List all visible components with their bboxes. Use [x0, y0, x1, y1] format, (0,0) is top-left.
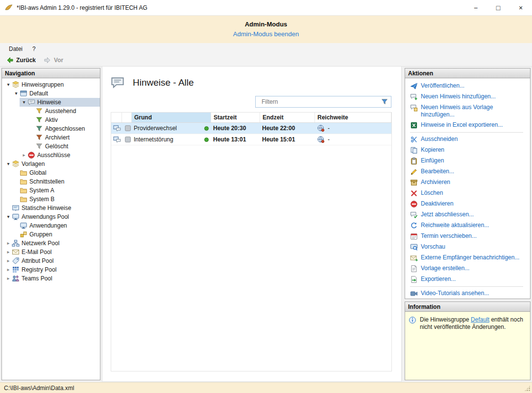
action-vorschau[interactable]: Vorschau	[408, 242, 529, 253]
tree-item-ausstehend[interactable]: Ausstehend	[2, 107, 100, 116]
tree-item-aktiv[interactable]: Aktiv	[2, 116, 100, 124]
action-ausschneiden[interactable]: Ausschneiden	[408, 134, 529, 145]
tree-item-abgeschlossen[interactable]: Abgeschlossen	[2, 124, 100, 133]
tree-item-anwendungen[interactable]: Anwendungen	[2, 221, 100, 230]
filter-input[interactable]	[255, 96, 391, 108]
action-exportieren[interactable]: Exportieren...	[408, 274, 529, 285]
content-panel: Hinweise - Alle Grund Startzeit Endzeit …	[102, 66, 402, 382]
admin-mode-banner: Admin-Modus Admin-Modus beenden	[0, 16, 532, 43]
export-icon	[410, 276, 418, 283]
action-archivieren[interactable]: Archivieren	[408, 177, 529, 188]
archive-icon	[410, 179, 418, 186]
add-note-from-template-icon	[410, 104, 418, 112]
action-termin-verschieben[interactable]: Termin verschieben...	[408, 231, 529, 242]
tree-item-ausschluesse[interactable]: Ausschlüsse	[2, 151, 100, 160]
board-icon	[12, 204, 20, 212]
header-reichweite[interactable]: Reichweite	[315, 113, 391, 122]
action-vorlage-erstellen[interactable]: Vorlage erstellen...	[408, 263, 529, 274]
gray-square-icon	[124, 136, 132, 143]
tree-item-email-pool[interactable]: E-Mail Pool	[2, 248, 100, 256]
excel-icon	[410, 121, 418, 129]
table-row[interactable]: Internetstörung Heute 13:01 Heute 15:01 …	[111, 134, 391, 145]
chevron-down-icon[interactable]	[5, 212, 12, 221]
tree-item-global[interactable]: Global	[2, 168, 100, 177]
resize-grip[interactable]	[524, 385, 531, 392]
back-label: Zurück	[16, 57, 36, 64]
chevron-down-icon[interactable]	[21, 98, 27, 107]
toolbar: Zurück Vor	[0, 54, 532, 67]
tree-item-hinweise[interactable]: Hinweise	[2, 98, 100, 107]
action-reichweite-aktualisieren[interactable]: Reichweite aktualisieren...	[408, 220, 529, 231]
chevron-right-icon[interactable]	[5, 274, 12, 283]
header-icon-col[interactable]	[111, 113, 122, 122]
tree-item-default[interactable]: Default	[2, 89, 100, 98]
separator	[410, 286, 523, 287]
tree-item-schnittstellen[interactable]: Schnittstellen	[2, 177, 100, 186]
action-loeschen[interactable]: Löschen	[408, 188, 529, 199]
action-externe-empfaenger[interactable]: Externe Empfänger benachrichtigen...	[408, 253, 529, 263]
close-button[interactable]: ×	[509, 0, 532, 16]
action-veroeffentlichen[interactable]: Veröffentlichen...	[408, 81, 529, 92]
chevron-down-icon[interactable]	[5, 80, 12, 89]
chevron-right-icon[interactable]	[5, 265, 12, 274]
edit-icon	[410, 168, 418, 176]
tree-label: Netzwerk Pool	[22, 240, 59, 247]
funnel-brown-icon	[35, 134, 43, 141]
action-bearbeiten[interactable]: Bearbeiten...	[408, 166, 529, 177]
header-grund[interactable]: Grund	[132, 113, 211, 122]
chevron-right-icon[interactable]	[5, 248, 12, 256]
tree-item-geloescht[interactable]: Gelöscht	[2, 142, 100, 151]
tree-item-hinweisgruppen[interactable]: Hinweisgruppen	[2, 80, 100, 89]
tree-item-registry-pool[interactable]: Registry Pool	[2, 265, 100, 274]
default-group-link[interactable]: Default	[471, 316, 489, 323]
information-text: Die Hinweisgruppe Default enthält noch n…	[420, 316, 524, 331]
refresh-icon	[410, 222, 418, 230]
admin-mode-title: Admin-Modus	[0, 21, 532, 28]
tree-item-statische-hinweise[interactable]: Statische Hinweise	[2, 204, 100, 212]
tree-item-system-b[interactable]: System B	[2, 195, 100, 204]
tree-item-archiviert[interactable]: Archiviert	[2, 133, 100, 142]
header-startzeit[interactable]: Startzeit	[211, 113, 260, 122]
tree-item-teams-pool[interactable]: Teams Pool	[2, 274, 100, 283]
chevron-right-icon[interactable]	[5, 239, 12, 248]
maximize-button[interactable]: □	[487, 0, 509, 16]
action-neuer-hinweis[interactable]: Neuen Hinweis hinzufügen...	[408, 92, 529, 102]
tree-item-gruppen[interactable]: Gruppen	[2, 230, 100, 239]
tree-item-attribut-pool[interactable]: Attribut Pool	[2, 256, 100, 265]
menu-datei[interactable]: Datei	[4, 44, 27, 54]
forward-button[interactable]: Vor	[41, 55, 66, 65]
minimize-button[interactable]: −	[464, 0, 487, 16]
chevron-down-icon[interactable]	[13, 89, 20, 98]
action-kopieren[interactable]: Kopieren	[408, 145, 529, 156]
header-state-col[interactable]	[122, 113, 132, 122]
header-endzeit[interactable]: Endzeit	[260, 113, 315, 122]
back-button[interactable]: Zurück	[3, 55, 39, 65]
action-hinweis-aus-vorlage[interactable]: Neuen Hinweis aus Vorlage hinzufügen...	[408, 102, 529, 120]
mail-icon	[12, 248, 20, 256]
tree-label: Default	[29, 90, 48, 97]
cell-startzeit: Heute 20:30	[211, 123, 260, 134]
action-excel-export[interactable]: Hinweise in Excel exportieren...	[408, 120, 529, 131]
chevron-right-icon[interactable]	[5, 256, 12, 265]
chevron-down-icon[interactable]	[5, 160, 12, 168]
table-header: Grund Startzeit Endzeit Reichweite	[111, 113, 391, 123]
notice-screen-icon	[113, 124, 121, 132]
globe-icon	[317, 124, 325, 132]
tree-item-system-a[interactable]: System A	[2, 186, 100, 195]
menu-help[interactable]: ?	[27, 44, 41, 54]
action-deaktivieren[interactable]: Deaktivieren	[408, 199, 529, 209]
table-row[interactable]: Providerwechsel Heute 20:30 Heute 22:00 …	[111, 123, 391, 134]
action-einfuegen[interactable]: Einfügen	[408, 156, 529, 166]
tree-item-vorlagen[interactable]: Vorlagen	[2, 160, 100, 168]
action-jetzt-abschliessen[interactable]: Jetzt abschliessen...	[408, 209, 529, 220]
filter-icon[interactable]	[381, 98, 388, 106]
action-video-tutorials[interactable]: Video-Tutorials ansehen...	[408, 288, 529, 299]
tree-item-netzwerk-pool[interactable]: Netzwerk Pool	[2, 239, 100, 248]
navigation-header: Navigation	[2, 69, 100, 78]
cubes-icon	[20, 231, 27, 238]
admin-mode-exit-link[interactable]: Admin-Modus beenden	[233, 30, 299, 38]
funnel-green-icon	[35, 116, 43, 124]
chevron-right-icon[interactable]	[21, 151, 27, 160]
separator	[410, 132, 523, 133]
tree-item-anwendungs-pool[interactable]: Anwendungs Pool	[2, 212, 100, 221]
